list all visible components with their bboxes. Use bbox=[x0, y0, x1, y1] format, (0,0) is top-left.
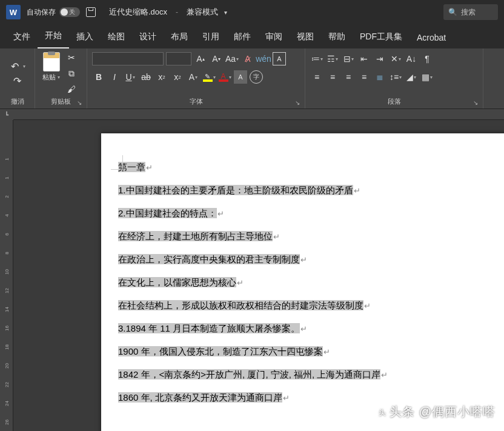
paragraph[interactable]: 1900 年，俄国入侵东北，制造了江东六十四屯惨案↵ bbox=[118, 344, 496, 359]
horizontal-ruler[interactable] bbox=[13, 109, 504, 120]
paragraph[interactable]: 2.中国封建社会的特点：↵ bbox=[118, 206, 496, 221]
align-left-icon[interactable]: ≡ bbox=[310, 70, 323, 84]
ribbon: ↶▾ ↷ 撤消 粘贴▾ ✂ ⧉ 🖌 剪贴板↘ A▴ A▾ Aa▾ bbox=[0, 48, 504, 109]
dialog-launcher-icon[interactable]: ↘ bbox=[295, 99, 300, 106]
tab-Acrobat[interactable]: Acrobat bbox=[409, 27, 453, 48]
copy-icon[interactable]: ⧉ bbox=[66, 68, 77, 79]
toggle-switch[interactable]: 关 bbox=[59, 7, 80, 17]
tab-PDF工具集[interactable]: PDF工具集 bbox=[353, 25, 409, 48]
distributed-icon[interactable]: ≣ bbox=[373, 70, 386, 84]
strikethrough-icon[interactable]: ab bbox=[139, 70, 153, 84]
paragraph[interactable]: 3.1894 年 11 月日本制造了旅顺大屠杀惨案。↵ bbox=[118, 321, 496, 336]
chevron-down-icon[interactable]: ▾ bbox=[23, 64, 25, 69]
group-label-paragraph: 段落 bbox=[388, 97, 401, 106]
title-bar: W 自动保存 关 近代史缩略.docx - 兼容模式 ▾ 🔍 搜索 bbox=[0, 0, 504, 24]
compatibility-mode: 兼容模式 bbox=[187, 7, 218, 18]
dialog-launcher-icon[interactable]: ↘ bbox=[473, 99, 478, 106]
tab-文件[interactable]: 文件 bbox=[6, 25, 38, 48]
page[interactable]: 第一章↵1.中国封建社会的主要矛盾是：地主阶级和农民阶级的矛盾↵2.中国封建社会… bbox=[101, 133, 504, 431]
numbering-icon[interactable]: ☶▾ bbox=[326, 52, 339, 65]
autosave-label: 自动保存 bbox=[27, 7, 56, 18]
borders-icon[interactable]: ▦▾ bbox=[420, 70, 434, 84]
decrease-indent-icon[interactable]: ⇤ bbox=[357, 52, 371, 65]
tab-开始[interactable]: 开始 bbox=[38, 24, 69, 48]
search-icon: 🔍 bbox=[448, 8, 457, 16]
paragraph[interactable]: 在文化上，以儒家思想为核心↵ bbox=[118, 275, 496, 290]
tab-绘图[interactable]: 绘图 bbox=[101, 25, 132, 48]
paragraph[interactable]: 1860 年, 北京条约又开放天津为通商口岸↵ bbox=[118, 390, 496, 405]
save-icon[interactable] bbox=[86, 7, 96, 17]
paste-icon bbox=[43, 52, 60, 72]
shrink-font-icon[interactable]: A▾ bbox=[210, 52, 223, 65]
group-label-clipboard: 剪贴板 bbox=[51, 97, 71, 106]
cursor-indicator bbox=[111, 155, 123, 170]
vertical-ruler[interactable]: 112468101214161820222426 bbox=[0, 109, 13, 431]
bullets-icon[interactable]: ≔▾ bbox=[310, 52, 323, 65]
increase-indent-icon[interactable]: ⇥ bbox=[373, 52, 386, 65]
phonetic-guide-icon[interactable]: wén bbox=[257, 52, 270, 65]
autosave-toggle[interactable]: 自动保存 关 bbox=[27, 7, 80, 18]
justify-icon[interactable]: ≡ bbox=[357, 70, 371, 84]
undo-icon[interactable]: ↶ bbox=[9, 61, 20, 72]
font-color-icon[interactable]: A▾ bbox=[218, 70, 231, 84]
tab-审阅[interactable]: 审阅 bbox=[258, 25, 290, 48]
group-label-font: 字体 bbox=[190, 97, 203, 106]
paragraph[interactable]: 在经济上，封建土地所有制占主导地位↵ bbox=[118, 229, 496, 244]
asian-layout-icon[interactable]: ✕▾ bbox=[389, 52, 402, 65]
paragraph[interactable]: 1.中国封建社会的主要矛盾是：地主阶级和农民阶级的矛盾↵ bbox=[118, 183, 496, 198]
tab-布局[interactable]: 布局 bbox=[164, 25, 195, 48]
shading-icon[interactable]: ◢▾ bbox=[405, 70, 418, 84]
text-effects-icon[interactable]: A▾ bbox=[187, 70, 200, 84]
document-name: 近代史缩略.docx bbox=[109, 7, 167, 18]
char-shading-icon[interactable]: A bbox=[234, 70, 247, 84]
watermark: 头头条 @偶西小嗒嗒 bbox=[376, 404, 496, 420]
tab-邮件[interactable]: 邮件 bbox=[227, 25, 258, 48]
font-name-select[interactable] bbox=[92, 52, 164, 65]
search-placeholder: 搜索 bbox=[461, 7, 476, 18]
grow-font-icon[interactable]: A▴ bbox=[194, 52, 207, 65]
chevron-down-icon[interactable]: ▾ bbox=[224, 9, 227, 16]
group-label-undo: 撤消 bbox=[5, 96, 30, 107]
cut-icon[interactable]: ✂ bbox=[66, 52, 77, 63]
highlight-icon[interactable]: ✎▾ bbox=[202, 70, 216, 84]
align-right-icon[interactable]: ≡ bbox=[342, 70, 355, 84]
subscript-icon[interactable]: x2 bbox=[155, 70, 168, 84]
superscript-icon[interactable]: x2 bbox=[171, 70, 184, 84]
show-marks-icon[interactable]: ¶ bbox=[420, 52, 434, 65]
italic-icon[interactable]: I bbox=[108, 70, 121, 84]
word-app-icon: W bbox=[6, 5, 21, 19]
font-size-select[interactable] bbox=[166, 52, 191, 65]
change-case-icon[interactable]: Aa▾ bbox=[225, 52, 239, 65]
multilevel-list-icon[interactable]: ⊟▾ bbox=[342, 52, 355, 65]
search-input[interactable]: 🔍 搜索 bbox=[443, 4, 498, 20]
document-scroll[interactable]: 第一章↵1.中国封建社会的主要矛盾是：地主阶级和农民阶级的矛盾↵2.中国封建社会… bbox=[13, 109, 504, 431]
clear-format-icon[interactable]: A̷ bbox=[241, 52, 254, 65]
ribbon-tabs: 文件开始插入绘图设计布局引用邮件审阅视图帮助PDF工具集Acrobat bbox=[0, 24, 504, 48]
underline-icon[interactable]: U▾ bbox=[124, 70, 137, 84]
line-spacing-icon[interactable]: ↕≡▾ bbox=[389, 70, 402, 84]
format-painter-icon[interactable]: 🖌 bbox=[66, 84, 77, 95]
paragraph[interactable]: 在社会结构上，形成以族权和政权相结合的封建宗法等级制度↵ bbox=[118, 298, 496, 313]
tab-引用[interactable]: 引用 bbox=[195, 25, 227, 48]
sort-icon[interactable]: A↓ bbox=[405, 52, 418, 65]
dialog-launcher-icon[interactable]: ↘ bbox=[77, 99, 82, 106]
document-area: ┗ 112468101214161820222426 第一章↵1.中国封建社会的… bbox=[0, 109, 504, 431]
paragraph[interactable]: 1842 年，<南京条约>开放广州, 厦门, 宁波, 福州, 上海为通商口岸↵ bbox=[118, 367, 496, 382]
bold-icon[interactable]: B bbox=[92, 70, 105, 84]
document-body[interactable]: 第一章↵1.中国封建社会的主要矛盾是：地主阶级和农民阶级的矛盾↵2.中国封建社会… bbox=[118, 160, 496, 405]
tab-帮助[interactable]: 帮助 bbox=[321, 25, 353, 48]
tab-设计[interactable]: 设计 bbox=[132, 25, 164, 48]
redo-icon[interactable]: ↷ bbox=[12, 75, 23, 86]
ruler-corner: ┗ bbox=[0, 109, 13, 120]
char-border-icon[interactable]: A bbox=[273, 52, 286, 65]
paragraph[interactable]: 在政治上，实行高度中央集权的君主专制制度↵ bbox=[118, 252, 496, 267]
tab-插入[interactable]: 插入 bbox=[69, 25, 101, 48]
align-center-icon[interactable]: ≡ bbox=[326, 70, 339, 84]
paragraph[interactable]: 第一章↵ bbox=[118, 160, 496, 175]
paste-button[interactable]: 粘贴▾ bbox=[40, 51, 62, 83]
enclose-char-icon[interactable]: 字 bbox=[250, 70, 263, 84]
tab-视图[interactable]: 视图 bbox=[290, 25, 321, 48]
